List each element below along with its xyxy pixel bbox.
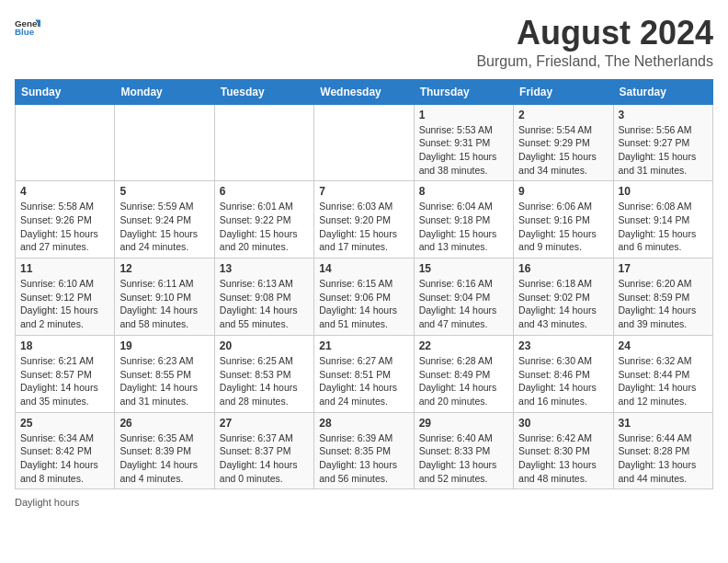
day-number: 12: [119, 262, 209, 275]
subtitle: Burgum, Friesland, The Netherlands: [476, 53, 713, 70]
day-number: 29: [419, 417, 508, 430]
day-number: 13: [220, 262, 309, 275]
calendar-cell: 19Sunrise: 6:23 AM Sunset: 8:55 PM Dayli…: [115, 335, 214, 412]
calendar-cell: 9Sunrise: 6:06 AM Sunset: 9:16 PM Daylig…: [514, 181, 613, 259]
day-detail: Sunrise: 6:44 AM Sunset: 8:28 PM Dayligh…: [619, 431, 708, 486]
day-detail: Sunrise: 6:20 AM Sunset: 8:59 PM Dayligh…: [619, 277, 708, 331]
day-number: 11: [20, 262, 109, 275]
day-detail: Sunrise: 6:40 AM Sunset: 8:33 PM Dayligh…: [419, 431, 508, 486]
calendar-cell: 1Sunrise: 5:53 AM Sunset: 9:31 PM Daylig…: [414, 104, 513, 181]
calendar-header-row: SundayMondayTuesdayWednesdayThursdayFrid…: [16, 79, 713, 104]
day-detail: Sunrise: 6:11 AM Sunset: 9:10 PM Dayligh…: [119, 277, 209, 331]
calendar-cell: 20Sunrise: 6:25 AM Sunset: 8:53 PM Dayli…: [214, 335, 313, 412]
day-number: 17: [619, 262, 708, 275]
day-detail: Sunrise: 5:56 AM Sunset: 9:27 PM Dayligh…: [619, 123, 708, 178]
calendar-cell: 17Sunrise: 6:20 AM Sunset: 8:59 PM Dayli…: [613, 259, 712, 336]
day-number: 5: [119, 185, 209, 198]
calendar-cell: 3Sunrise: 5:56 AM Sunset: 9:27 PM Daylig…: [613, 104, 712, 181]
main-title: August 2024: [476, 15, 713, 52]
day-detail: Sunrise: 6:04 AM Sunset: 9:18 PM Dayligh…: [419, 200, 508, 254]
day-number: 30: [518, 417, 608, 430]
day-number: 19: [119, 339, 209, 352]
calendar-cell: 6Sunrise: 6:01 AM Sunset: 9:22 PM Daylig…: [214, 181, 313, 259]
day-number: 10: [619, 185, 708, 198]
calendar-cell: 22Sunrise: 6:28 AM Sunset: 8:49 PM Dayli…: [414, 335, 513, 412]
day-detail: Sunrise: 6:21 AM Sunset: 8:57 PM Dayligh…: [20, 354, 109, 408]
day-header-wednesday: Wednesday: [314, 79, 414, 104]
calendar-cell: [16, 104, 115, 181]
day-detail: Sunrise: 6:35 AM Sunset: 8:39 PM Dayligh…: [119, 431, 209, 486]
day-number: 27: [220, 417, 309, 430]
day-number: 16: [518, 262, 608, 275]
calendar-cell: 26Sunrise: 6:35 AM Sunset: 8:39 PM Dayli…: [115, 412, 214, 489]
calendar-cell: [214, 104, 313, 181]
day-detail: Sunrise: 6:10 AM Sunset: 9:12 PM Dayligh…: [20, 277, 109, 331]
day-header-tuesday: Tuesday: [214, 79, 313, 104]
calendar-cell: 28Sunrise: 6:39 AM Sunset: 8:35 PM Dayli…: [314, 412, 414, 489]
day-number: 21: [319, 339, 408, 352]
day-detail: Sunrise: 5:54 AM Sunset: 9:29 PM Dayligh…: [518, 123, 608, 178]
calendar-cell: 27Sunrise: 6:37 AM Sunset: 8:37 PM Dayli…: [214, 412, 313, 489]
header: General Blue August 2024 Burgum, Friesla…: [15, 15, 713, 70]
calendar-cell: [115, 104, 214, 181]
day-detail: Sunrise: 5:58 AM Sunset: 9:26 PM Dayligh…: [20, 200, 109, 254]
day-number: 9: [518, 185, 608, 198]
day-number: 4: [20, 185, 109, 198]
day-detail: Sunrise: 6:37 AM Sunset: 8:37 PM Dayligh…: [220, 431, 309, 486]
day-number: 2: [518, 109, 608, 121]
day-detail: Sunrise: 6:34 AM Sunset: 8:42 PM Dayligh…: [20, 431, 109, 486]
calendar-cell: 25Sunrise: 6:34 AM Sunset: 8:42 PM Dayli…: [16, 412, 115, 489]
day-header-monday: Monday: [115, 79, 214, 104]
day-number: 1: [419, 109, 508, 121]
logo: General Blue: [15, 15, 40, 40]
footer-note: Daylight hours: [15, 497, 713, 508]
calendar-table: SundayMondayTuesdayWednesdayThursdayFrid…: [15, 79, 713, 490]
day-number: 25: [20, 417, 109, 430]
calendar-cell: 10Sunrise: 6:08 AM Sunset: 9:14 PM Dayli…: [613, 181, 712, 259]
day-number: 23: [518, 339, 608, 352]
day-detail: Sunrise: 6:13 AM Sunset: 9:08 PM Dayligh…: [220, 277, 309, 331]
week-row-5: 25Sunrise: 6:34 AM Sunset: 8:42 PM Dayli…: [16, 412, 713, 489]
calendar-cell: 24Sunrise: 6:32 AM Sunset: 8:44 PM Dayli…: [613, 335, 712, 412]
calendar-cell: 7Sunrise: 6:03 AM Sunset: 9:20 PM Daylig…: [314, 181, 414, 259]
day-detail: Sunrise: 5:53 AM Sunset: 9:31 PM Dayligh…: [419, 123, 508, 178]
day-detail: Sunrise: 6:23 AM Sunset: 8:55 PM Dayligh…: [119, 354, 209, 408]
day-header-sunday: Sunday: [16, 79, 115, 104]
day-header-friday: Friday: [514, 79, 613, 104]
week-row-2: 4Sunrise: 5:58 AM Sunset: 9:26 PM Daylig…: [16, 181, 713, 259]
day-number: 7: [319, 185, 408, 198]
day-number: 28: [319, 417, 408, 430]
calendar-cell: 31Sunrise: 6:44 AM Sunset: 8:28 PM Dayli…: [613, 412, 712, 489]
day-detail: Sunrise: 6:28 AM Sunset: 8:49 PM Dayligh…: [419, 354, 508, 408]
day-detail: Sunrise: 6:32 AM Sunset: 8:44 PM Dayligh…: [619, 354, 708, 408]
day-detail: Sunrise: 6:15 AM Sunset: 9:06 PM Dayligh…: [319, 277, 408, 331]
day-detail: Sunrise: 6:06 AM Sunset: 9:16 PM Dayligh…: [518, 200, 608, 254]
day-number: 20: [220, 339, 309, 352]
day-number: 15: [419, 262, 508, 275]
svg-text:Blue: Blue: [15, 27, 35, 37]
title-area: August 2024 Burgum, Friesland, The Nethe…: [476, 15, 713, 70]
calendar-cell: 14Sunrise: 6:15 AM Sunset: 9:06 PM Dayli…: [314, 259, 414, 336]
calendar-cell: 2Sunrise: 5:54 AM Sunset: 9:29 PM Daylig…: [514, 104, 613, 181]
week-row-3: 11Sunrise: 6:10 AM Sunset: 9:12 PM Dayli…: [16, 259, 713, 336]
calendar-cell: 15Sunrise: 6:16 AM Sunset: 9:04 PM Dayli…: [414, 259, 513, 336]
calendar-cell: 12Sunrise: 6:11 AM Sunset: 9:10 PM Dayli…: [115, 259, 214, 336]
day-detail: Sunrise: 6:27 AM Sunset: 8:51 PM Dayligh…: [319, 354, 408, 408]
day-detail: Sunrise: 6:18 AM Sunset: 9:02 PM Dayligh…: [518, 277, 608, 331]
calendar-cell: 16Sunrise: 6:18 AM Sunset: 9:02 PM Dayli…: [514, 259, 613, 336]
day-number: 31: [619, 417, 708, 430]
day-number: 22: [419, 339, 508, 352]
day-number: 24: [619, 339, 708, 352]
day-header-thursday: Thursday: [414, 79, 513, 104]
day-number: 6: [220, 185, 309, 198]
day-detail: Sunrise: 6:01 AM Sunset: 9:22 PM Dayligh…: [220, 200, 309, 254]
day-number: 18: [20, 339, 109, 352]
week-row-1: 1Sunrise: 5:53 AM Sunset: 9:31 PM Daylig…: [16, 104, 713, 181]
calendar-cell: 29Sunrise: 6:40 AM Sunset: 8:33 PM Dayli…: [414, 412, 513, 489]
day-detail: Sunrise: 6:08 AM Sunset: 9:14 PM Dayligh…: [619, 200, 708, 254]
day-number: 14: [319, 262, 408, 275]
week-row-4: 18Sunrise: 6:21 AM Sunset: 8:57 PM Dayli…: [16, 335, 713, 412]
calendar-cell: 11Sunrise: 6:10 AM Sunset: 9:12 PM Dayli…: [16, 259, 115, 336]
day-number: 3: [619, 109, 708, 121]
logo-icon: General Blue: [15, 15, 40, 40]
